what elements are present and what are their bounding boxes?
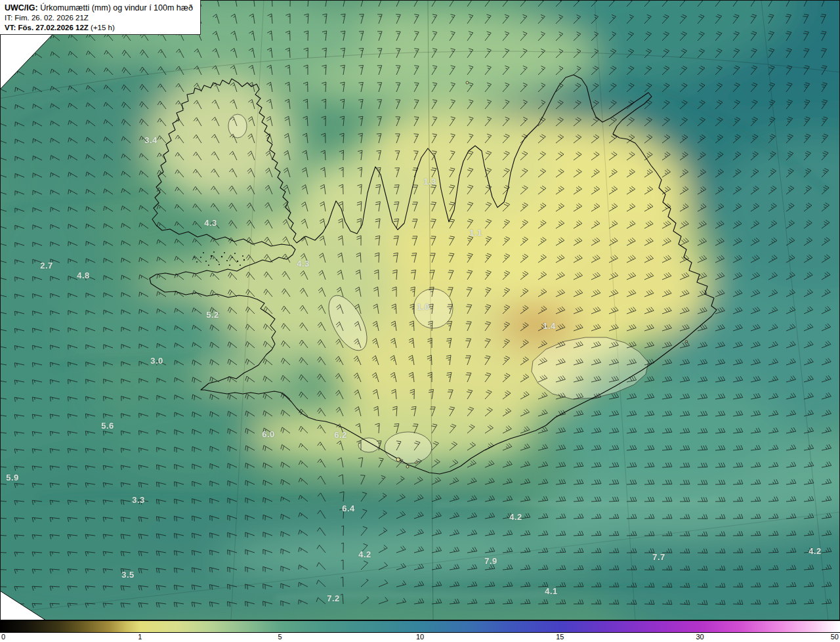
- colorbar-gradient: [0, 620, 840, 633]
- colorbar-tick-label: 5: [278, 633, 282, 641]
- product-code: UWC/IG:: [5, 3, 38, 12]
- valid-time-line: VT: Fös. 27.02.2026 12Z (+15 h): [5, 23, 196, 33]
- colorbar: 01510153050: [0, 620, 840, 642]
- colorbar-tick-label: 1: [138, 633, 142, 641]
- colorbar-tick-label: 30: [696, 633, 704, 641]
- product-title-line: UWC/IG: Úrkomumætti (mm) og vindur í 100…: [5, 3, 196, 13]
- colorbar-tick-label: 50: [831, 633, 839, 641]
- map-area: 3.44.32.74.84.35.23.05.66.06.25.93.36.44…: [0, 0, 840, 620]
- product-title: Úrkomumætti (mm) og vindur í 100m hæð: [38, 3, 193, 12]
- colorbar-tick-label: 0: [1, 633, 5, 641]
- title-box: UWC/IG: Úrkomumætti (mm) og vindur í 100…: [0, 0, 201, 35]
- map-border: [1, 1, 840, 620]
- colorbar-tick-label: 10: [416, 633, 424, 641]
- map-corner-mask: [0, 0, 840, 620]
- colorbar-tick-label: 15: [556, 633, 564, 641]
- weather-map: 3.44.32.74.84.35.23.05.66.06.25.93.36.44…: [0, 0, 840, 642]
- init-time-line: IT: Fim. 26. 02. 2026 21Z: [5, 13, 196, 23]
- valid-time-offset: (+15 h): [89, 24, 115, 32]
- colorbar-ticks: 01510153050: [0, 633, 840, 642]
- valid-time: VT: Fös. 27.02.2026 12Z: [5, 24, 89, 32]
